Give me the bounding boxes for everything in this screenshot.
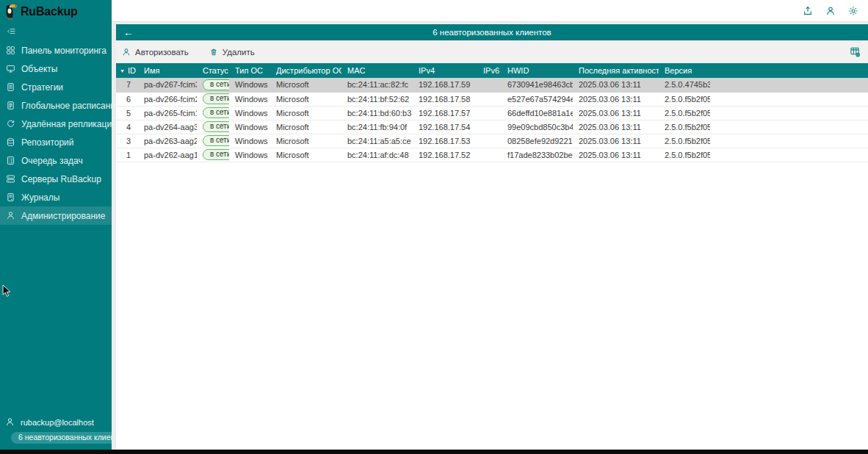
toolbar: Авторизовать Удалить [116,40,868,63]
column-header-status[interactable]: Статус [197,63,229,78]
column-header-id[interactable]: ▼ID [116,63,138,78]
sidebar-item-task-queue[interactable]: Очередь задач [0,151,112,170]
sidebar-item-strategies[interactable]: Стратегии [0,78,112,96]
table-row[interactable]: 7 pa-dv267-fcim3 в сети Windows Microsof… [116,78,868,92]
back-button[interactable]: ← [123,27,134,37]
servers-icon [6,174,15,184]
column-settings-icon [850,46,861,57]
user-icon[interactable] [825,6,836,16]
column-header-last-activity[interactable]: Последняя активность [573,63,659,78]
sidebar-item-repository[interactable]: Репозиторий [0,133,112,151]
database-icon [6,137,15,147]
status-badge: в сети [203,79,229,90]
document-icon [6,82,15,92]
table-header-row: ▼ID Имя Статус Тип ОС Дистрибьютор ОС MA… [116,63,868,78]
replication-icon [6,119,15,129]
delete-button[interactable]: Удалить [209,48,255,57]
dashboard-icon [6,46,15,55]
view-header: ← 6 неавторизованных клиентов [116,24,868,40]
sidebar-item-remote-replication[interactable]: Удалённая репликация [0,115,112,133]
upload-icon[interactable] [803,6,813,16]
column-header-mac[interactable]: MAC [341,63,413,78]
current-user[interactable]: rubackup@localhost [5,414,109,430]
table-row[interactable]: 3 pa-dv263-aag2 в сети Windows Microsoft… [116,134,868,148]
topbar [112,0,868,22]
settings-gear-icon[interactable] [848,6,858,16]
status-badge: в сети [203,135,229,146]
collapse-sidebar-icon [7,26,16,36]
current-user-label: rubackup@localhost [21,418,94,427]
trash-icon [209,48,218,57]
sidebar-item-administration[interactable]: Администрирование [0,206,112,225]
sidebar-item-monitoring-panel[interactable]: Панель мониторинга [0,41,112,60]
sidebar-collapse-button[interactable] [0,21,112,37]
rubackup-app: RuBackup Панель мониторинга Объекты Стра… [0,0,868,450]
sidebar-item-rubackup-servers[interactable]: Серверы RuBackup [0,170,112,188]
column-header-hwid[interactable]: HWID [502,63,573,78]
status-badge: в сети [203,121,229,132]
status-badge: в сети [203,93,229,104]
clients-panel: Авторизовать Удалить [116,40,868,450]
sidebar-nav: Панель мониторинга Объекты Стратегии Гло… [0,41,112,225]
column-header-os-type[interactable]: Тип ОС [229,63,270,78]
sidebar-item-objects[interactable]: Объекты [0,60,112,78]
sidebar-item-journals[interactable]: Журналы [0,188,112,206]
monitor-icon [6,64,15,73]
schedule-icon [6,101,15,110]
journal-icon [6,192,15,202]
authorize-button[interactable]: Авторизовать [122,48,189,57]
column-header-os-vendor[interactable]: Дистрибьютор ОС [270,63,341,78]
authorize-person-icon [122,48,131,57]
view-title: 6 неавторизованных клиентов [116,28,868,37]
task-list-icon [6,156,15,165]
table-row[interactable]: 6 pa-dv266-fcim2 в сети Windows Microsof… [116,92,868,106]
column-header-name[interactable]: Имя [138,63,197,78]
table-body: 7 pa-dv267-fcim3 в сети Windows Microsof… [116,78,868,162]
status-badge: в сети [203,107,229,118]
unauthorized-clients-button[interactable]: 6 неавторизованных клиентов [5,430,109,445]
column-header-filler [710,63,868,78]
toucan-logo-icon [4,3,18,21]
column-header-version[interactable]: Версия [659,63,710,78]
sidebar-item-global-schedule[interactable]: Глобальное расписание [0,96,112,115]
table-row[interactable]: 1 pa-dv262-aag1 в сети Windows Microsoft… [116,148,868,162]
sidebar: RuBackup Панель мониторинга Объекты Стра… [0,0,112,450]
logo-text: RuBackup [21,5,78,18]
column-header-ipv4[interactable]: IPv4 [413,63,477,78]
content: ← 6 неавторизованных клиентов Авторизова… [112,22,868,450]
column-header-ipv6[interactable]: IPv6 [477,63,502,78]
sidebar-footer: rubackup@localhost 6 неавторизованных кл… [0,414,112,450]
user-icon [5,417,15,427]
person-icon [6,211,15,220]
column-settings-button[interactable] [850,46,861,57]
table-row[interactable]: 5 pa-dv265-fcim1 в сети Windows Microsof… [116,106,868,120]
table-row[interactable]: 4 pa-dv264-aag3 в сети Windows Microsoft… [116,120,868,134]
status-badge: в сети [203,149,229,160]
sort-desc-icon: ▼ [120,68,125,73]
clients-table: ▼ID Имя Статус Тип ОС Дистрибьютор ОС MA… [116,63,868,162]
app-logo: RuBackup [0,0,112,21]
main-area: ← 6 неавторизованных клиентов Авторизова… [112,0,868,450]
